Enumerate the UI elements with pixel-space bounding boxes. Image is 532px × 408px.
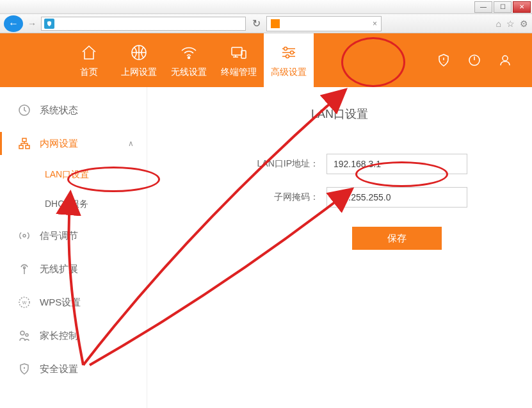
svg-point-13 [23, 234, 26, 237]
devices-icon [229, 42, 249, 63]
svg-point-5 [291, 51, 294, 54]
star-icon[interactable]: ☆ [506, 19, 515, 29]
ip-label: LAN口IP地址： [173, 158, 326, 170]
home-icon[interactable]: ⌂ [496, 19, 501, 29]
sidebar-item-lan[interactable]: 内网设置 ∧ [0, 127, 147, 160]
nav-label: 上网设置 [121, 67, 157, 78]
clock-icon [18, 104, 31, 117]
sidebar-item-label: 信号调节 [40, 230, 78, 242]
network-icon [18, 137, 31, 150]
address-bar[interactable] [41, 17, 246, 31]
sliders-icon [278, 42, 299, 63]
shield-icon[interactable] [436, 53, 451, 68]
sidebar-item-status[interactable]: 系统状态 [0, 94, 147, 127]
sidebar-item-label: WPS设置 [40, 297, 81, 309]
favicon-icon [271, 19, 280, 28]
sidebar-sub-lansettings[interactable]: LAN口设置 [0, 160, 147, 190]
back-button[interactable]: ← [4, 15, 23, 32]
browser-tab[interactable]: × [266, 16, 382, 31]
refresh-button[interactable]: ↻ [248, 17, 264, 31]
sidebar: 系统状态 内网设置 ∧ LAN口设置 DHCP服务 信号调节 无线扩展 [0, 87, 147, 408]
svg-point-17 [20, 331, 24, 335]
parent-icon [18, 329, 31, 342]
sidebar-item-security[interactable]: 安全设置 [0, 352, 147, 386]
nav-internet[interactable]: 上网设置 [114, 33, 164, 87]
top-nav: 首页 上网设置 无线设置 终端管理 高级设置 [0, 33, 532, 87]
svg-point-8 [503, 56, 508, 61]
sidebar-item-label: 无线扩展 [40, 263, 78, 275]
shield-icon [18, 363, 31, 375]
sidebar-item-signal[interactable]: 信号调节 [0, 219, 147, 252]
home-icon [79, 42, 99, 63]
sidebar-item-label: 系统状态 [40, 104, 78, 117]
svg-rect-11 [19, 145, 23, 149]
close-window-button[interactable]: ✕ [513, 1, 531, 13]
minimize-button[interactable]: — [474, 1, 492, 13]
window-titlebar: — ☐ ✕ [0, 0, 532, 14]
main-panel: LAN口设置 LAN口IP地址： 子网掩码： 保存 [147, 87, 532, 408]
chevron-up-icon: ∧ [128, 139, 134, 148]
nav-label: 高级设置 [271, 67, 307, 78]
forward-button[interactable]: → [26, 15, 38, 32]
browser-toolbar: ← → ↻ × ⌂ ☆ ⚙ [0, 14, 532, 33]
svg-point-4 [284, 47, 287, 51]
svg-point-1 [188, 57, 190, 59]
save-button[interactable]: 保存 [352, 227, 442, 250]
nav-clients[interactable]: 终端管理 [214, 33, 264, 87]
gear-icon[interactable]: ⚙ [520, 19, 528, 29]
tab-close-button[interactable]: × [373, 19, 377, 28]
nav-label: 无线设置 [171, 67, 207, 78]
svg-rect-10 [22, 138, 26, 142]
sidebar-item-label: 家长控制 [40, 330, 78, 342]
svg-rect-12 [26, 145, 29, 149]
sidebar-sub-dhcp[interactable]: DHCP服务 [0, 190, 147, 219]
site-shield-icon [44, 19, 54, 29]
sidebar-sub-label: DHCP服务 [45, 199, 88, 210]
sidebar-item-extend[interactable]: 无线扩展 [0, 252, 147, 286]
maximize-button[interactable]: ☐ [494, 1, 512, 13]
svg-text:W: W [22, 300, 27, 305]
wifi-icon [179, 42, 199, 63]
form-row-mask: 子网掩码： [173, 187, 506, 208]
svg-rect-2 [232, 47, 242, 55]
mask-label: 子网掩码： [173, 192, 326, 203]
power-icon[interactable] [467, 53, 482, 68]
nav-label: 首页 [80, 67, 98, 78]
nav-wireless[interactable]: 无线设置 [164, 33, 214, 87]
sidebar-item-parental[interactable]: 家长控制 [0, 319, 147, 352]
signal-icon [18, 229, 31, 242]
sidebar-item-label: 安全设置 [40, 363, 78, 375]
antenna-icon [18, 263, 31, 275]
toolbar-right-icons: ⌂ ☆ ⚙ [496, 19, 528, 29]
nav-home[interactable]: 首页 [64, 33, 114, 87]
user-icon[interactable] [497, 53, 513, 68]
ip-input[interactable] [326, 154, 467, 174]
svg-point-18 [26, 334, 28, 336]
nav-right-icons [436, 33, 513, 87]
wps-icon: W [18, 296, 31, 309]
sidebar-item-label: 内网设置 [40, 138, 78, 150]
sidebar-sub-label: LAN口设置 [45, 169, 89, 181]
svg-point-6 [286, 55, 289, 58]
globe-icon [129, 42, 149, 63]
nav-label: 终端管理 [221, 67, 257, 78]
nav-advanced[interactable]: 高级设置 [264, 33, 314, 87]
page-title: LAN口设置 [173, 106, 506, 122]
form-row-ip: LAN口IP地址： [173, 154, 506, 174]
mask-input[interactable] [326, 187, 467, 208]
sidebar-item-wps[interactable]: W WPS设置 [0, 286, 147, 319]
content-area: 系统状态 内网设置 ∧ LAN口设置 DHCP服务 信号调节 无线扩展 [0, 87, 532, 408]
